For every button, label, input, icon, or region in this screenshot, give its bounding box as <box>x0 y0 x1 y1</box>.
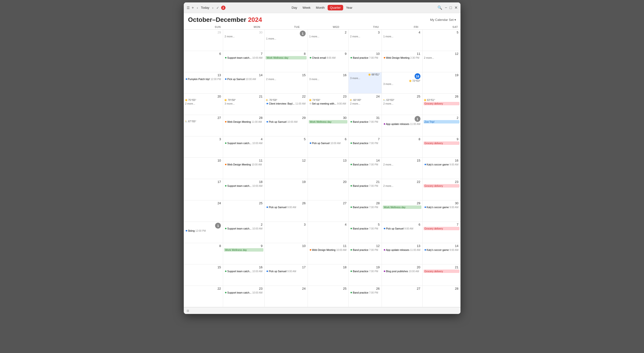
cell-nov18[interactable]: 18 Support team catch... 10:00 AM <box>223 179 264 200</box>
cell-nov5[interactable]: 5 <box>264 136 308 158</box>
cell-nov20[interactable]: 20 <box>308 179 349 200</box>
cell-oct17[interactable]: ☀️ 66°/51° 3 more... <box>348 72 382 94</box>
cell-dec17[interactable]: 17 Pick up Samuel 9:00 AM <box>264 265 308 286</box>
today-button[interactable]: Today <box>201 6 210 9</box>
event-client-oct22[interactable]: Client interview: Bayl... 11:00 AM <box>266 102 306 105</box>
cell-dec14[interactable]: 14 Katy's soccer game 9:00 AM <box>422 243 460 265</box>
event-grocery-nov23[interactable]: Grocery delivery <box>424 184 460 188</box>
cell-oct14[interactable]: 14 Pick up Samuel 10:00 AM <box>223 72 264 94</box>
cell-sep29[interactable]: 29 <box>184 29 223 51</box>
cell-oct15[interactable]: 15 2 more... <box>264 72 308 94</box>
cell-dec5[interactable]: 5 Band practice 7:00 PM <box>348 222 382 243</box>
event-webdesign-nov11[interactable]: Web Design Meeting 10:00 AM <box>224 163 264 166</box>
event-wellness-nov29[interactable]: Work Wellness day <box>383 206 422 209</box>
event-band-nov21[interactable]: Band practice 7:00 PM <box>350 184 380 188</box>
event-pumpkin[interactable]: Pumpkin Patch trip! 12:00 PM <box>185 77 222 81</box>
cell-nov2[interactable]: 2 Zoo Trip! <box>422 115 460 136</box>
event-band-oct10[interactable]: Band practice 7:00 PM <box>350 56 380 59</box>
event-grocery-dec21[interactable]: Grocery delivery <box>424 270 460 273</box>
event-pickup-dec6[interactable]: Pick up Samuel 9:00 AM <box>383 227 422 230</box>
cell-oct30[interactable]: 30 Work Wellness day <box>308 115 349 136</box>
cell-dec10[interactable]: 10 <box>264 243 308 265</box>
more-oct1[interactable]: 1 more... <box>266 37 306 40</box>
cell-dec21[interactable]: 21 Grocery delivery <box>422 265 460 286</box>
cell-dec12[interactable]: 12 Band practice 7:00 PM <box>348 243 382 265</box>
cell-oct12[interactable]: 12 2 more... <box>422 51 460 72</box>
event-webdesign-oct28[interactable]: Web Design Meeting 11:00 AM <box>224 120 264 123</box>
cell-oct16[interactable]: 16 3 more... <box>308 72 349 94</box>
event-support-oct7[interactable]: Support team catch... 10:00 AM <box>224 56 264 59</box>
cell-nov12[interactable]: 12 <box>264 158 308 179</box>
cell-dec1[interactable]: 1 Skiing 12:00 PM <box>184 222 223 243</box>
more-oct21[interactable]: 3 more... <box>224 102 264 105</box>
event-webdesign-oct11[interactable]: Web Design Meeting 2:30 PM <box>383 56 422 59</box>
view-year[interactable]: Year <box>344 5 355 10</box>
view-day[interactable]: Day <box>289 5 300 10</box>
search-icon[interactable]: 🔍 <box>438 5 442 10</box>
prev-button[interactable]: ‹ <box>196 5 199 10</box>
event-pickup-dec17[interactable]: Pick up Samuel 9:00 AM <box>266 270 306 273</box>
cell-oct7[interactable]: 7 Support team catch... 10:00 AM <box>223 51 264 72</box>
cell-oct21[interactable]: 21 ☀️ 79°/58° 3 more... <box>223 94 264 115</box>
cell-oct5[interactable]: 5 <box>422 29 460 51</box>
more-nov15[interactable]: 2 more... <box>383 163 422 166</box>
cell-nov23[interactable]: 23 Grocery delivery <box>422 179 460 200</box>
cell-nov9[interactable]: 9 Grocery delivery <box>422 136 460 158</box>
cell-nov6[interactable]: 6 Pick up Samuel 10:00 AM <box>308 136 349 158</box>
cell-oct11[interactable]: 11 Web Design Meeting 2:30 PM <box>382 51 422 72</box>
cell-dec7[interactable]: 7 Grocery delivery <box>422 222 460 243</box>
cell-oct31[interactable]: 31 Band practice 7:00 PM <box>348 115 382 136</box>
more-oct12[interactable]: 2 more... <box>424 56 460 59</box>
cell-nov10[interactable]: 10 <box>184 158 223 179</box>
cell-nov22[interactable]: 22 2 more... <box>382 179 422 200</box>
minimize-button[interactable]: − <box>445 5 447 10</box>
cell-oct9[interactable]: 9 Check email 8:00 AM <box>308 51 349 72</box>
event-katys-nov16[interactable]: Katy's soccer game 9:00 AM <box>424 163 460 166</box>
event-katys-nov30[interactable]: Katy's soccer game 9:00 AM <box>424 206 460 209</box>
event-band-oct31[interactable]: Band practice 7:00 PM <box>350 120 380 123</box>
more-oct18[interactable]: 3 more... <box>383 82 422 86</box>
cell-dec19[interactable]: 19 Band practice 7:00 PM <box>348 265 382 286</box>
close-button[interactable]: ✕ <box>454 5 458 10</box>
more-sep30[interactable]: 2 more... <box>224 35 264 38</box>
view-quarter[interactable]: Quarter <box>328 5 343 10</box>
event-katys-dec14[interactable]: Katy's soccer game 9:00 AM <box>424 248 460 252</box>
event-appupdate-nov1[interactable]: App update releases 11:00 AM <box>383 122 422 126</box>
cell-dec24[interactable]: 24 <box>264 286 308 307</box>
cell-nov17[interactable]: 17 <box>184 179 223 200</box>
event-pickup-nov6[interactable]: Pick up Samuel 10:00 AM <box>309 141 348 145</box>
event-support-dec16[interactable]: Support team catch... 10:00 AM <box>224 270 264 273</box>
event-support-nov4[interactable]: Support team catch... 10:00 AM <box>224 141 264 145</box>
maximize-button[interactable]: □ <box>450 5 452 10</box>
event-band-nov14[interactable]: Band practice 7:00 PM <box>350 163 380 166</box>
event-support-dec23[interactable]: Support team catch... 10:00 AM <box>224 291 264 294</box>
cell-nov16[interactable]: 16 Katy's soccer game 9:00 AM <box>422 158 460 179</box>
cell-nov27[interactable]: 27 <box>308 200 349 222</box>
cell-nov3[interactable]: 3 <box>184 136 223 158</box>
event-band-dec5[interactable]: Band practice 7:00 PM <box>350 227 380 230</box>
event-grocery-oct26[interactable]: Grocery delivery <box>424 102 460 105</box>
cell-oct27[interactable]: 27 🌥️ 67°/55° <box>184 115 223 136</box>
cell-dec15[interactable]: 15 <box>184 265 223 286</box>
cell-oct19[interactable]: 19 <box>422 72 460 94</box>
event-wellness-oct8[interactable]: Work Wellness day <box>266 56 306 59</box>
event-grocery-dec7[interactable]: Grocery delivery <box>424 227 460 230</box>
cell-dec11[interactable]: 11 Web Design Meeting 10:00 AM <box>308 243 349 265</box>
check-icon[interactable]: ✓ <box>216 6 219 10</box>
cell-nov21[interactable]: 21 Band practice 7:00 PM <box>348 179 382 200</box>
cell-nov14[interactable]: 14 Band practice 7:00 PM <box>348 158 382 179</box>
cell-dec18[interactable]: 18 <box>308 265 349 286</box>
event-appupdate-dec13[interactable]: App update releases 11:00 AM <box>383 248 422 252</box>
event-wellness-oct30[interactable]: Work Wellness day <box>309 120 348 123</box>
cell-oct8[interactable]: 8 Work Wellness day <box>264 51 308 72</box>
event-grocery-nov9[interactable]: Grocery delivery <box>424 141 460 145</box>
cell-oct29[interactable]: 29 Pick up Samuel 10:00 AM <box>264 115 308 136</box>
cell-dec9[interactable]: 9 Work Wellness day <box>223 243 264 265</box>
cell-oct26[interactable]: 26 ☀️ 63°/51° Grocery delivery <box>422 94 460 115</box>
cell-nov1[interactable]: 1 App update releases 11:00 AM <box>382 115 422 136</box>
cell-dec2[interactable]: 2 Support team catch... 10:00 AM <box>223 222 264 243</box>
calendar-set-button[interactable]: My Calendar Set ▾ <box>430 18 456 21</box>
event-support-nov18[interactable]: Support team catch... 10:00 AM <box>224 184 264 188</box>
more-oct3[interactable]: 2 more... <box>350 35 380 38</box>
cell-dec23[interactable]: 23 Support team catch... 10:00 AM <box>223 286 264 307</box>
